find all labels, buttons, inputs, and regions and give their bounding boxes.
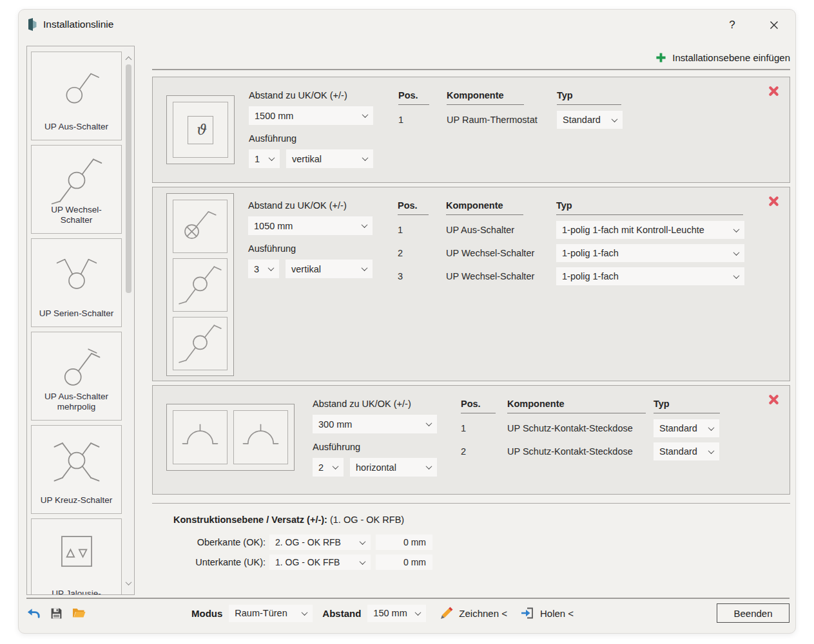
chevron-down-icon <box>733 249 740 256</box>
anzahl-dropdown[interactable]: 1 <box>249 149 280 168</box>
abstand-label: Abstand zu UK/OK (+/-) <box>248 200 374 211</box>
typ-dropdown[interactable]: Standard <box>654 442 719 460</box>
holen-button[interactable]: Holen < <box>519 606 574 620</box>
window-title: Installationslinie <box>43 19 113 30</box>
sidebar-item-label: UP Kreuz-Schalter <box>32 495 121 506</box>
wechsel-schalter-symbol <box>173 259 227 311</box>
ausfuehrung-label: Ausführung <box>313 442 438 452</box>
abstand-label: Abstand zu UK/OK (+/-) <box>313 399 438 409</box>
zeichnen-button[interactable]: Zeichnen < <box>440 606 507 620</box>
table-row: 1 UP Raum-Thermostat Standard <box>398 108 761 131</box>
chevron-down-icon <box>269 155 275 161</box>
delete-level-button[interactable] <box>767 86 780 99</box>
typ-dropdown[interactable]: 1-polig 1-fach <box>556 267 744 285</box>
switch-group-preview <box>166 193 234 376</box>
table-row: 1 UP Aus-Schalter 1-polig 1-fach mit Kon… <box>398 218 761 242</box>
anzahl-dropdown[interactable]: 3 <box>248 260 279 278</box>
chevron-down-icon <box>360 538 366 545</box>
sidebar-item-label: UP Jalousie- <box>32 589 121 595</box>
col-typ: Typ <box>557 90 761 105</box>
ausfuehrung-label: Ausführung <box>248 243 374 254</box>
typ-dropdown[interactable]: 1-polig 1-fach mit Kontroll-Leuchte <box>556 221 744 239</box>
save-button[interactable] <box>50 607 63 620</box>
main-area: Installationsebene einfügen ϑ Abstand zu… <box>152 46 790 570</box>
scrollbar-thumb[interactable] <box>126 64 131 293</box>
chevron-down-icon <box>612 116 618 122</box>
abstand-dropdown[interactable]: 1500 mm <box>249 106 373 125</box>
richtung-dropdown[interactable]: vertikal <box>286 149 373 168</box>
abstand-label: Abstand zu UK/OK (+/-) <box>249 90 374 100</box>
col-typ: Typ <box>556 200 761 215</box>
typ-dropdown[interactable]: Standard <box>654 419 719 437</box>
anzahl-dropdown[interactable]: 2 <box>313 458 344 477</box>
richtung-dropdown[interactable]: vertikal <box>286 260 373 278</box>
unterkante-label: Unterkante (UK): <box>173 557 266 567</box>
beenden-button[interactable]: Beenden <box>717 603 790 623</box>
undo-button[interactable] <box>26 606 41 621</box>
thermostat-symbol: ϑ <box>188 116 213 144</box>
col-komponente: Komponente <box>446 200 556 215</box>
table-row: 1 UP Schutz-Kontakt-Steckdose Standard <box>461 417 761 440</box>
sidebar-item-up-serien-schalter[interactable]: UP Serien-Schalter <box>31 238 122 327</box>
chevron-down-icon <box>426 463 432 469</box>
col-typ: Typ <box>654 399 761 413</box>
close-icon <box>770 21 779 30</box>
app-logo-icon <box>26 17 39 32</box>
socket-group-preview <box>166 404 295 471</box>
typ-dropdown[interactable]: Standard <box>557 111 623 129</box>
col-komponente: Komponente <box>447 90 557 105</box>
aus-schalter-icon <box>41 56 112 115</box>
installation-level-panel-1: ϑ Abstand zu UK/OK (+/-) 1500 mm Ausführ… <box>152 77 790 183</box>
sidebar-item-up-wechsel-schalter[interactable]: UP Wechsel- Schalter <box>31 145 122 234</box>
sidebar-item-label2: mehrpolig <box>32 402 121 412</box>
aus-schalter-mehrpolig-icon <box>41 336 112 398</box>
sidebar-item-label: UP Aus-Schalter <box>32 392 121 402</box>
abstand-dropdown[interactable]: 1050 mm <box>248 216 373 235</box>
abstand-dropdown[interactable]: 150 mm <box>367 605 426 622</box>
sidebar-item-up-aus-schalter-mehrpolig[interactable]: UP Aus-Schalter mehrpolig <box>31 332 122 421</box>
typ-dropdown[interactable]: 1-polig 1-fach <box>556 244 744 262</box>
undo-icon <box>26 606 41 621</box>
chevron-down-icon <box>362 111 369 118</box>
scroll-down-icon[interactable] <box>126 576 131 588</box>
wechsel-schalter-icon <box>41 149 112 211</box>
sidebar-item-label: UP Serien-Schalter <box>32 308 121 319</box>
scroll-up-icon[interactable] <box>126 53 131 64</box>
steckdose-symbol <box>173 411 227 464</box>
chevron-down-icon <box>426 420 432 426</box>
add-installation-level-button[interactable]: Installationsebene einfügen <box>655 52 790 63</box>
abstand-dropdown[interactable]: 300 mm <box>313 415 437 433</box>
chevron-down-icon <box>708 424 715 431</box>
chevron-down-icon <box>362 155 369 161</box>
chevron-down-icon <box>302 609 308 616</box>
titlebar: Installationslinie ? <box>19 10 795 39</box>
unterkante-dropdown[interactable]: 1. OG - OK FFB <box>269 554 371 570</box>
open-folder-icon <box>72 607 86 620</box>
chevron-down-icon <box>362 265 368 271</box>
oberkante-dropdown[interactable]: 2. OG - OK RFB <box>269 535 371 550</box>
sidebar-item-up-kreuz-schalter[interactable]: UP Kreuz-Schalter <box>31 425 122 514</box>
modus-dropdown[interactable]: Raum-Türen <box>229 605 313 622</box>
oberkante-offset-input[interactable]: 0 mm <box>376 535 432 550</box>
richtung-dropdown[interactable]: horizontal <box>350 458 437 477</box>
sidebar-item-label2: Schalter <box>32 215 121 225</box>
save-icon <box>50 607 63 620</box>
kreuz-schalter-icon <box>41 430 112 491</box>
chevron-down-icon <box>708 448 715 454</box>
col-pos: Pos. <box>398 200 446 215</box>
unterkante-offset-input[interactable]: 0 mm <box>376 554 432 570</box>
sidebar-item-up-jalousie[interactable]: UP Jalousie- <box>31 518 122 595</box>
open-button[interactable] <box>72 607 86 620</box>
sidebar-item-label: UP Aus-Schalter <box>32 122 121 132</box>
col-pos: Pos. <box>398 90 447 105</box>
konstruktionsebene-title: Konstruktionsebene / Versatz (+/-): (1. … <box>173 515 790 525</box>
sidebar-item-up-aus-schalter[interactable]: UP Aus-Schalter <box>31 52 122 140</box>
delete-level-button[interactable] <box>767 196 780 209</box>
delete-level-button[interactable] <box>767 394 780 407</box>
close-button[interactable] <box>766 17 782 33</box>
palette-scrollbar[interactable] <box>124 48 133 593</box>
divider <box>152 503 790 504</box>
help-button[interactable]: ? <box>724 17 740 33</box>
jalousie-icon <box>41 523 112 585</box>
col-pos: Pos. <box>461 399 507 413</box>
